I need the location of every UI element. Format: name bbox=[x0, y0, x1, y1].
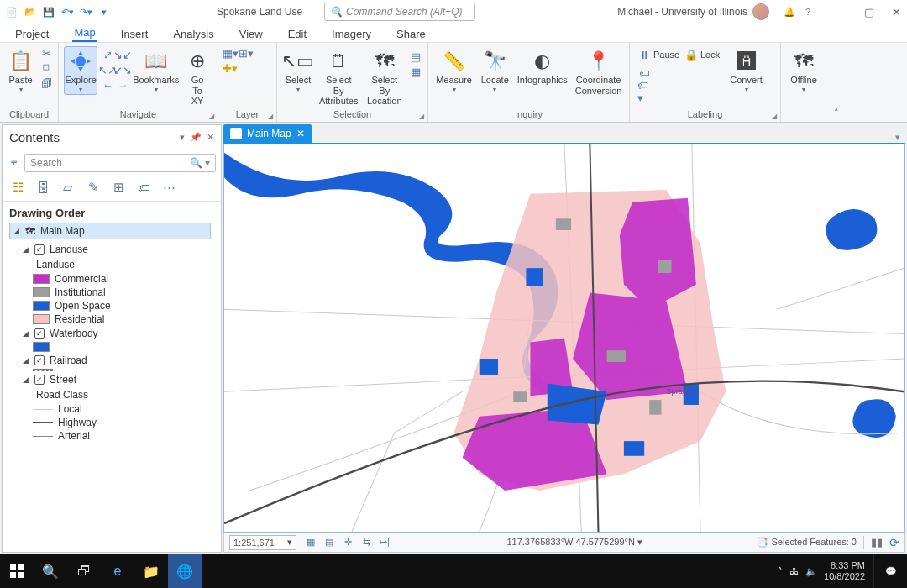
corrections-icon[interactable]: ⇆ bbox=[359, 535, 374, 550]
bookmarks-button[interactable]: 📖 Bookmarks ▾ bbox=[133, 46, 179, 95]
user-display[interactable]: Michael - University of Illinois bbox=[617, 3, 769, 20]
locate-button[interactable]: 🔭 Locate ▾ bbox=[478, 46, 511, 95]
tab-analysis[interactable]: Analysis bbox=[171, 26, 215, 42]
qat-undo-icon[interactable]: ↶▾ bbox=[60, 5, 74, 18]
taskbar-explorer-icon[interactable]: 📁 bbox=[134, 554, 168, 588]
dialog-launcher-icon[interactable]: ◢ bbox=[268, 113, 273, 120]
measure-button[interactable]: 📏 Measure ▾ bbox=[433, 46, 474, 95]
contents-options-icon[interactable]: ▾ bbox=[180, 132, 185, 143]
tab-insert[interactable]: Insert bbox=[119, 26, 150, 42]
contents-close-icon[interactable]: ✕ bbox=[207, 132, 214, 143]
map-tab[interactable]: Main Map ✕ bbox=[223, 124, 312, 143]
explore-button[interactable]: Explore ▾ bbox=[64, 46, 97, 95]
notifications-icon[interactable]: 🔔 bbox=[783, 5, 796, 18]
forward-icon[interactable]: → bbox=[116, 78, 129, 92]
gotoxy-button[interactable]: ⊕ Go To XY bbox=[182, 46, 212, 108]
clear-selection-icon[interactable]: ▦ bbox=[409, 65, 422, 78]
contents-search-input[interactable]: Search 🔍 ▾ bbox=[24, 154, 216, 172]
scale-input[interactable]: 1:251,671 ▾ bbox=[229, 535, 296, 550]
checkbox[interactable] bbox=[34, 328, 45, 339]
window-restore-button[interactable]: ▢ bbox=[863, 6, 875, 18]
list-labeling-icon[interactable]: 🏷 bbox=[135, 179, 152, 196]
constraints-icon[interactable]: ▦ bbox=[303, 535, 318, 550]
coordinate-conversion-button[interactable]: 📍 Coordinate Conversion bbox=[573, 46, 624, 97]
add-data-icon[interactable]: ⊞▾ bbox=[239, 46, 253, 60]
dynamic-icon[interactable]: ↦| bbox=[377, 535, 392, 550]
toc-layer-street[interactable]: ◢ Street bbox=[19, 372, 219, 387]
list-editing-icon[interactable]: ✎ bbox=[85, 179, 102, 196]
close-icon[interactable]: ✕ bbox=[296, 128, 305, 139]
selected-count-label[interactable]: 📑 Selected Features: 0 bbox=[757, 537, 857, 548]
tray-network-icon[interactable]: 🖧 bbox=[789, 566, 799, 576]
expand-icon[interactable]: ◢ bbox=[23, 245, 31, 254]
prev-extent-icon[interactable]: ↖↗ bbox=[101, 63, 114, 76]
action-center-icon[interactable]: 💬 bbox=[873, 554, 907, 588]
tab-imagery[interactable]: Imagery bbox=[330, 26, 373, 42]
toc-layer-railroad[interactable]: ◢ Railroad bbox=[19, 353, 219, 368]
checkbox[interactable] bbox=[34, 375, 45, 385]
fixed-zoomin-icon[interactable]: ↘↙ bbox=[116, 48, 129, 61]
ribbon-collapse-button[interactable]: ˄ bbox=[828, 43, 845, 122]
back-icon[interactable]: ← bbox=[101, 78, 114, 92]
expand-icon[interactable]: ◢ bbox=[23, 329, 31, 338]
select-by-location-button[interactable]: 🗺 Select By Location bbox=[363, 46, 406, 108]
lock-labeling-button[interactable]: 🔒Lock bbox=[682, 46, 722, 63]
checkbox[interactable] bbox=[34, 355, 45, 365]
coordinates-readout[interactable]: 117.3765833°W 47.5775299°N ▾ bbox=[399, 537, 750, 548]
help-icon[interactable]: ? bbox=[801, 5, 815, 18]
taskbar-taskview-icon[interactable]: 🗗 bbox=[67, 554, 101, 588]
taskbar-arcgis-icon[interactable]: 🌐 bbox=[168, 554, 202, 588]
copypath-icon[interactable]: 🗐 bbox=[39, 76, 53, 90]
tray-volume-icon[interactable]: 🔈 bbox=[805, 566, 817, 577]
list-source-icon[interactable]: 🗄 bbox=[34, 179, 51, 196]
select-by-attributes-button[interactable]: 🗒 Select By Attributes bbox=[317, 46, 360, 108]
list-more-icon[interactable]: ⋯ bbox=[160, 179, 177, 196]
expand-icon[interactable]: ◢ bbox=[23, 375, 31, 384]
system-tray[interactable]: ˄ 🖧 🔈 8:33 PM 10/8/2022 bbox=[769, 560, 873, 581]
more-labeling-button[interactable]: 🏷▾ bbox=[635, 83, 712, 100]
select-button[interactable]: ↖▭ Select ▾ bbox=[282, 46, 314, 95]
taskbar-clock[interactable]: 8:33 PM 10/8/2022 bbox=[824, 560, 865, 581]
qat-redo-icon[interactable]: ↷▾ bbox=[79, 5, 92, 18]
snapping-icon[interactable]: ✛ bbox=[340, 535, 355, 550]
tray-up-icon[interactable]: ˄ bbox=[778, 566, 783, 577]
tab-share[interactable]: Share bbox=[395, 26, 427, 42]
qat-new-icon[interactable]: 📄 bbox=[5, 5, 18, 18]
tab-edit[interactable]: Edit bbox=[286, 26, 308, 42]
taskbar-ie-icon[interactable]: e bbox=[101, 554, 134, 588]
tab-view[interactable]: View bbox=[238, 26, 265, 42]
cut-icon[interactable]: ✂ bbox=[39, 46, 53, 60]
basemap-icon[interactable]: ▦▾ bbox=[223, 46, 237, 60]
convert-labels-button[interactable]: 🅰 Convert ▾ bbox=[726, 46, 767, 95]
qat-save-icon[interactable]: 💾 bbox=[42, 5, 55, 18]
add-preset-icon[interactable]: ✚▾ bbox=[223, 61, 237, 75]
infographics-button[interactable]: ◐ Infographics bbox=[515, 46, 569, 87]
checkbox[interactable] bbox=[34, 244, 45, 255]
fixed-zoomout-icon[interactable]: ↙↘ bbox=[116, 63, 129, 76]
grid-icon[interactable]: ▤ bbox=[322, 535, 337, 550]
window-minimize-button[interactable]: — bbox=[836, 6, 848, 18]
dialog-launcher-icon[interactable]: ◢ bbox=[772, 113, 777, 120]
map-canvas[interactable]: Sprague bbox=[223, 143, 905, 533]
expand-icon[interactable]: ◢ bbox=[23, 356, 31, 365]
command-search[interactable]: 🔍 Command Search (Alt+Q) bbox=[324, 3, 475, 21]
expand-icon[interactable]: ◢ bbox=[13, 227, 22, 235]
offline-button[interactable]: 🗺 Offline ▾ bbox=[786, 46, 821, 95]
list-snapping-icon[interactable]: ⊞ bbox=[110, 179, 127, 196]
dialog-launcher-icon[interactable]: ◢ bbox=[209, 113, 214, 120]
paste-button[interactable]: 📋 Paste ▾ bbox=[5, 46, 36, 95]
window-close-button[interactable]: ✕ bbox=[890, 6, 902, 18]
tab-project[interactable]: Project bbox=[13, 26, 50, 42]
filter-icon[interactable]: ⫧ bbox=[8, 157, 21, 169]
list-selection-icon[interactable]: ▱ bbox=[60, 179, 76, 196]
map-options-button[interactable]: ▾ bbox=[890, 132, 905, 143]
qat-open-icon[interactable]: 📂 bbox=[24, 5, 37, 18]
full-extent-icon[interactable]: ⤢ bbox=[101, 48, 114, 61]
start-button[interactable] bbox=[0, 554, 34, 588]
toc-map-node[interactable]: ◢ 🗺 Main Map bbox=[9, 223, 211, 239]
toc-layer-waterbody[interactable]: ◢ Waterbody bbox=[19, 326, 219, 341]
list-drawing-order-icon[interactable]: ☷ bbox=[9, 179, 26, 196]
taskbar-search-icon[interactable]: 🔍 bbox=[34, 554, 67, 588]
attribute-table-icon[interactable]: ▤ bbox=[409, 50, 422, 63]
refresh-icon[interactable]: ⟳ bbox=[889, 536, 899, 549]
